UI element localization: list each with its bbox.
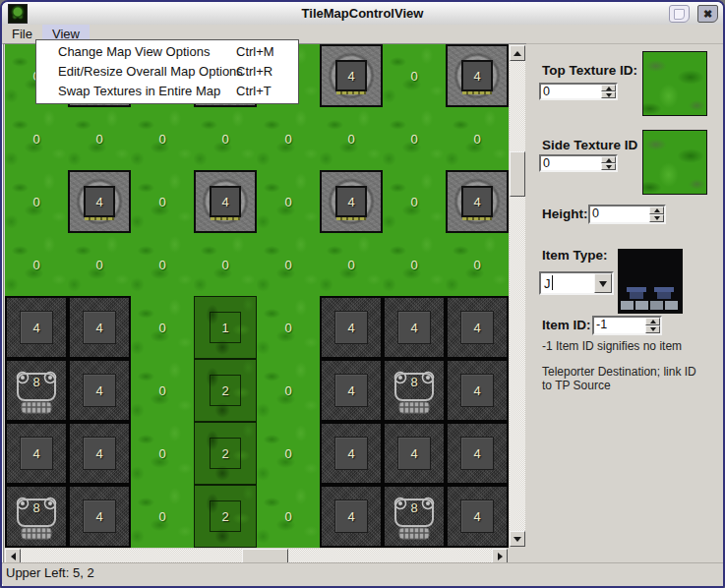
map-tile-grass[interactable]: 0	[257, 296, 320, 359]
map-tile-stone[interactable]: 4	[68, 485, 131, 548]
tile-value: 4	[347, 195, 354, 209]
maximize-button[interactable]	[669, 5, 690, 23]
item-id-up-button[interactable]	[645, 318, 660, 325]
map-tile-hedge[interactable]: 2	[194, 359, 257, 422]
map-tile-stone[interactable]: 4	[320, 359, 383, 422]
map-tile-stone[interactable]: 4	[5, 422, 68, 485]
map-tile-grass[interactable]: 0	[257, 107, 320, 170]
map-tile-stone[interactable]: 4	[68, 422, 131, 485]
height-up-button[interactable]	[649, 206, 664, 214]
map-tile-grass[interactable]: 0	[68, 233, 131, 296]
map-tile-grass[interactable]: 0	[257, 422, 320, 485]
map-tile-grass[interactable]: 0	[383, 170, 446, 233]
map-tile-face[interactable]: 8	[5, 359, 68, 422]
tile-value: 4	[347, 446, 354, 461]
map-tile-grass[interactable]: 0	[257, 233, 320, 296]
map-tile-grass[interactable]: 0	[383, 44, 446, 107]
down-arrow-icon	[606, 93, 612, 100]
tile-value: 0	[95, 258, 102, 272]
map-tile-stone[interactable]: 4	[320, 422, 383, 485]
map-tile-grass[interactable]: 0	[194, 233, 257, 296]
side-texture-down-button[interactable]	[601, 163, 616, 170]
side-texture-spinner[interactable]: 0	[539, 154, 618, 172]
map-tile-stone[interactable]: 4	[383, 296, 446, 359]
map-tile-grass[interactable]: 0	[5, 107, 68, 170]
scroll-right-button[interactable]	[492, 549, 508, 563]
chevron-down-icon	[599, 281, 607, 291]
map-tile-stone[interactable]: 4	[383, 422, 446, 485]
vertical-scroll-thumb[interactable]	[510, 151, 525, 197]
map-tile-grass[interactable]: 0	[320, 233, 383, 296]
map-tile-grass[interactable]: 0	[257, 485, 320, 548]
vertical-scrollbar[interactable]	[510, 45, 525, 547]
map-tile-stone[interactable]: 4	[446, 485, 509, 548]
side-texture-up-button[interactable]	[601, 156, 616, 163]
tile-value: 0	[284, 258, 291, 272]
map-tile-pillar[interactable]: 4	[320, 44, 383, 107]
map-tile-grass[interactable]: 0	[446, 107, 509, 170]
top-texture-up-button[interactable]	[601, 85, 616, 91]
map-tile-face[interactable]: 8	[5, 485, 68, 548]
map-tile-grass[interactable]: 0	[131, 296, 194, 359]
pillar-top-icon: 4	[84, 186, 115, 217]
map-tile-stone[interactable]: 4	[320, 296, 383, 359]
map-tile-pillar[interactable]: 4	[320, 170, 383, 233]
map-tile-grass[interactable]: 0	[446, 233, 509, 296]
stone-block-icon: 4	[83, 500, 116, 533]
stone-block-icon: 4	[334, 437, 368, 470]
item-id-spinner[interactable]: -1	[592, 316, 662, 335]
map-tile-grass[interactable]: 0	[257, 170, 320, 233]
horizontal-scroll-thumb[interactable]	[242, 549, 288, 563]
map-tile-grass[interactable]: 0	[383, 107, 446, 170]
map-tile-grass[interactable]: 0	[5, 233, 68, 296]
map-tile-grass[interactable]: 0	[131, 107, 194, 170]
map-tile-grass[interactable]: 0	[131, 359, 194, 422]
close-button[interactable]: ✖	[697, 5, 718, 23]
item-id-down-button[interactable]	[645, 325, 660, 333]
item-type-combobox[interactable]: J	[539, 271, 614, 295]
height-down-button[interactable]	[649, 214, 664, 222]
map-tile-face[interactable]: 8	[383, 485, 446, 548]
top-texture-down-button[interactable]	[601, 91, 616, 98]
scroll-down-button[interactable]	[510, 531, 525, 547]
horizontal-scrollbar[interactable]	[5, 549, 508, 563]
menu-item-1[interactable]: Edit/Resize Overall Map OptionsCtrl+R	[36, 62, 298, 82]
scroll-left-button[interactable]	[5, 549, 21, 563]
map-tile-grass[interactable]: 0	[320, 107, 383, 170]
map-tile-stone[interactable]: 4	[446, 359, 509, 422]
title-bar: TileMapControlView ✖	[2, 2, 723, 26]
map-tile-face[interactable]: 8	[383, 359, 446, 422]
map-tile-grass[interactable]: 0	[257, 359, 320, 422]
status-bar: Upper Left: 5, 2	[2, 562, 723, 584]
map-tile-grass[interactable]: 0	[131, 485, 194, 548]
map-tile-grass[interactable]: 0	[383, 233, 446, 296]
height-spinner[interactable]: 0	[588, 205, 666, 224]
map-tile-stone[interactable]: 4	[5, 296, 68, 359]
map-tile-stone[interactable]: 4	[446, 422, 509, 485]
map-tile-grass[interactable]: 0	[194, 107, 257, 170]
item-type-dropdown-button[interactable]	[594, 273, 612, 293]
map-tile-pillar[interactable]: 4	[194, 170, 257, 233]
map-viewport[interactable]: 0404040400000000040404040000000044010444…	[5, 44, 509, 548]
map-tile-pillar[interactable]: 4	[446, 44, 509, 107]
map-tile-hedge[interactable]: 1	[194, 296, 257, 359]
height-label: Height:	[542, 206, 588, 221]
map-tile-hedge[interactable]: 2	[194, 422, 257, 485]
pillar-top-icon: 4	[461, 186, 493, 217]
map-tile-stone[interactable]: 4	[320, 485, 383, 548]
map-tile-hedge[interactable]: 2	[194, 485, 257, 548]
map-tile-pillar[interactable]: 4	[68, 170, 131, 233]
map-tile-grass[interactable]: 0	[131, 233, 194, 296]
map-tile-grass[interactable]: 0	[5, 170, 68, 233]
map-tile-stone[interactable]: 4	[446, 296, 509, 359]
menu-item-2[interactable]: Swap Textures in Entire MapCtrl+T	[36, 82, 298, 101]
scroll-up-button[interactable]	[510, 45, 525, 61]
top-texture-spinner[interactable]: 0	[539, 83, 618, 100]
map-tile-grass[interactable]: 0	[131, 422, 194, 485]
map-tile-grass[interactable]: 0	[68, 107, 131, 170]
map-tile-pillar[interactable]: 4	[446, 170, 509, 233]
map-tile-grass[interactable]: 0	[131, 170, 194, 233]
map-tile-stone[interactable]: 4	[68, 359, 131, 422]
menu-item-0[interactable]: Change Map View OptionsCtrl+M	[36, 42, 298, 62]
map-tile-stone[interactable]: 4	[68, 296, 131, 359]
